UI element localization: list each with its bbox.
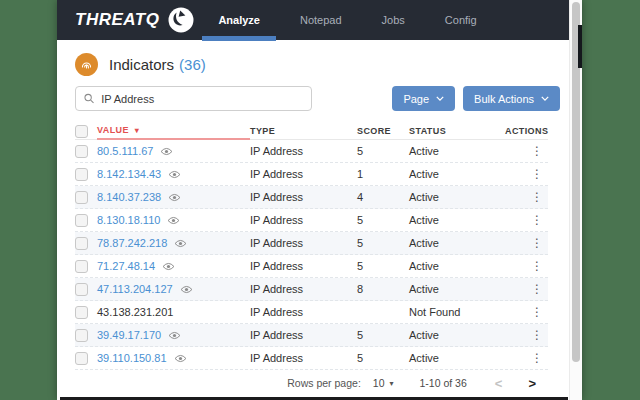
toolbar: Page Bulk Actions: [75, 86, 560, 111]
indicator-status: Active: [409, 329, 505, 341]
indicator-score: 5: [357, 237, 409, 249]
indicator-type: IP Address: [250, 283, 357, 295]
row-checkbox[interactable]: [75, 214, 88, 227]
rows-per-page-value: 10: [373, 377, 385, 389]
indicator-score: 5: [357, 260, 409, 272]
chevron-down-icon: ▾: [390, 379, 394, 388]
eye-icon[interactable]: [180, 285, 193, 294]
row-actions-kebab-icon[interactable]: ⋮: [523, 144, 548, 158]
search-icon: [84, 93, 94, 104]
table-row: 80.5.111.67 IP Address 5 Active ⋮: [75, 140, 548, 163]
chevron-down-icon: [541, 96, 549, 101]
indicator-type: IP Address: [250, 260, 357, 272]
rows-per-page-select[interactable]: 10 ▾: [373, 377, 394, 389]
indicator-value-link[interactable]: 80.5.111.67: [97, 145, 153, 157]
tab-jobs-label: Jobs: [382, 14, 405, 26]
eye-icon[interactable]: [168, 193, 181, 202]
indicator-score: 5: [357, 329, 409, 341]
indicator-status: Not Found: [409, 306, 505, 318]
indicator-type: IP Address: [250, 329, 357, 341]
row-actions-kebab-icon[interactable]: ⋮: [523, 351, 548, 365]
row-checkbox[interactable]: [75, 306, 88, 319]
indicator-value-link[interactable]: 43.138.231.201: [97, 306, 173, 318]
row-checkbox[interactable]: [75, 145, 88, 158]
tab-notepad-label: Notepad: [300, 14, 342, 26]
page-button[interactable]: Page: [392, 86, 455, 111]
row-actions-kebab-icon[interactable]: ⋮: [523, 167, 548, 181]
table-row: 8.140.37.238 IP Address 4 Active ⋮: [75, 186, 548, 209]
row-checkbox[interactable]: [75, 191, 88, 204]
indicator-score: 5: [357, 214, 409, 226]
table-row: 43.138.231.201 IP Address Not Found ⋮: [75, 301, 548, 324]
indicator-score: 1: [357, 168, 409, 180]
row-actions-kebab-icon[interactable]: ⋮: [523, 190, 548, 204]
column-header-status[interactable]: STATUS: [409, 126, 505, 136]
row-actions-kebab-icon[interactable]: ⋮: [523, 259, 548, 273]
table-row: 8.130.18.110 IP Address 5 Active ⋮: [75, 209, 548, 232]
row-checkbox[interactable]: [75, 352, 88, 365]
indicator-value-link[interactable]: 8.130.18.110: [97, 214, 160, 226]
indicator-value-link[interactable]: 8.140.37.238: [97, 191, 161, 203]
row-actions-kebab-icon[interactable]: ⋮: [523, 328, 548, 342]
row-checkbox[interactable]: [75, 168, 88, 181]
row-actions-kebab-icon[interactable]: ⋮: [523, 282, 548, 296]
indicator-score: 5: [357, 145, 409, 157]
indicator-status: Active: [409, 191, 505, 203]
indicator-value-link[interactable]: 71.27.48.14: [97, 260, 155, 272]
window-edge-shadow: [578, 25, 582, 68]
eye-icon[interactable]: [160, 147, 173, 156]
page-button-label: Page: [403, 93, 429, 105]
column-header-score[interactable]: SCORE: [357, 126, 409, 136]
row-checkbox[interactable]: [75, 260, 88, 273]
table-body: 80.5.111.67 IP Address 5 Active ⋮ 8.142.…: [75, 140, 548, 370]
top-navbar: THREATQ Analyze Notepad Jobs Config: [57, 0, 582, 40]
next-page-button[interactable]: >: [528, 376, 536, 391]
indicator-value-link[interactable]: 39.110.150.81: [97, 352, 167, 364]
page-range-label: 1-10 of 36: [420, 377, 467, 389]
page-title: Indicators: [109, 56, 174, 73]
eye-icon[interactable]: [174, 239, 187, 248]
eye-icon[interactable]: [167, 216, 180, 225]
row-actions-kebab-icon[interactable]: ⋮: [523, 236, 548, 250]
row-checkbox[interactable]: [75, 237, 88, 250]
indicator-count: (36): [179, 56, 206, 73]
column-header-type[interactable]: TYPE: [250, 126, 357, 136]
bulk-actions-button-label: Bulk Actions: [474, 93, 534, 105]
indicator-status: Active: [409, 214, 505, 226]
select-all-checkbox[interactable]: [75, 125, 88, 138]
indicator-status: Active: [409, 168, 505, 180]
row-actions-kebab-icon[interactable]: ⋮: [523, 213, 548, 227]
tab-notepad[interactable]: Notepad: [298, 1, 344, 39]
row-actions-kebab-icon[interactable]: ⋮: [523, 305, 548, 319]
search-box[interactable]: [75, 86, 312, 111]
previous-page-button: <: [495, 376, 503, 391]
eye-icon[interactable]: [168, 331, 181, 340]
sort-desc-icon: ▾: [135, 126, 139, 135]
table-row: 71.27.48.14 IP Address 5 Active ⋮: [75, 255, 548, 278]
tab-config-label: Config: [445, 14, 477, 26]
search-input[interactable]: [101, 93, 303, 105]
indicator-status: Active: [409, 145, 505, 157]
row-checkbox[interactable]: [75, 329, 88, 342]
eye-icon[interactable]: [174, 354, 187, 363]
indicators-fingerprint-icon: [75, 53, 98, 76]
app-window: THREATQ Analyze Notepad Jobs Config Indi…: [57, 0, 582, 400]
row-checkbox[interactable]: [75, 283, 88, 296]
tab-jobs[interactable]: Jobs: [380, 1, 407, 39]
eye-icon[interactable]: [168, 170, 181, 179]
indicator-value-link[interactable]: 47.113.204.127: [97, 283, 173, 295]
bulk-actions-button[interactable]: Bulk Actions: [463, 86, 560, 111]
indicator-value-link[interactable]: 78.87.242.218: [97, 237, 167, 249]
column-header-actions: ACTIONS: [505, 126, 548, 136]
tab-config[interactable]: Config: [443, 1, 479, 39]
indicator-value-link[interactable]: 39.49.17.170: [97, 329, 161, 341]
indicator-value-link[interactable]: 8.142.134.43: [97, 168, 161, 180]
indicator-type: IP Address: [250, 168, 357, 180]
column-header-value[interactable]: VALUE ▾: [97, 123, 250, 140]
indicator-score: 8: [357, 283, 409, 295]
column-header-value-label: VALUE: [97, 125, 129, 135]
indicator-status: Active: [409, 237, 505, 249]
eye-icon[interactable]: [162, 262, 175, 271]
indicator-type: IP Address: [250, 237, 357, 249]
tab-analyze[interactable]: Analyze: [216, 1, 262, 39]
